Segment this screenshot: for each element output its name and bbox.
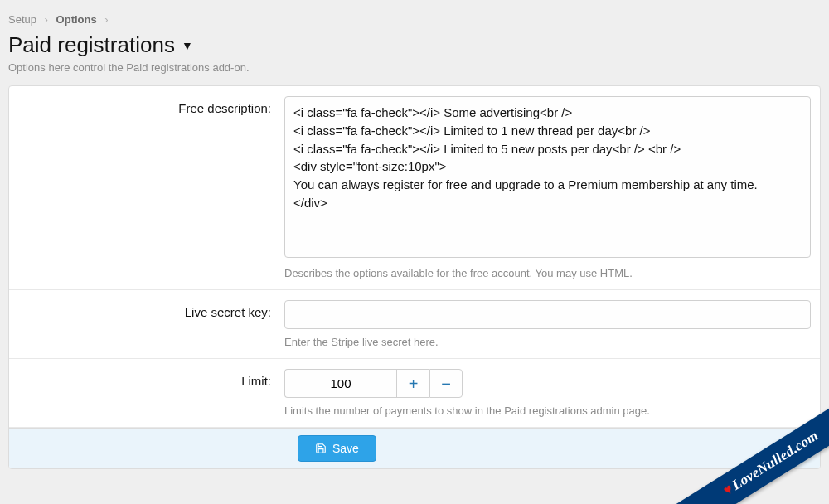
label-free-description: Free description: (9, 86, 284, 289)
row-live-secret: Live secret key: Enter the Stripe live s… (9, 290, 820, 359)
footer-bar: Save (9, 428, 820, 468)
save-button[interactable]: Save (298, 435, 376, 462)
form-panel: Free description: Describes the options … (8, 85, 821, 469)
limit-decrement-button[interactable]: − (429, 369, 463, 398)
row-limit: Limit: + − Limits the number of payments… (9, 359, 820, 428)
row-free-description: Free description: Describes the options … (9, 86, 820, 290)
page-subtitle: Options here control the Paid registrati… (0, 61, 829, 85)
input-area-live-secret: Enter the Stripe live secret here. (284, 290, 822, 358)
hint-free-description: Describes the options available for the … (284, 267, 811, 279)
label-live-secret: Live secret key: (9, 290, 284, 358)
limit-increment-button[interactable]: + (396, 369, 429, 398)
live-secret-input[interactable] (284, 300, 811, 329)
hint-limit: Limits the number of payments to show in… (284, 405, 808, 417)
save-button-label: Save (332, 442, 359, 455)
breadcrumb: Setup › Options › (0, 0, 829, 32)
page-title-text: Paid registrations (8, 32, 175, 58)
save-icon (315, 443, 327, 454)
breadcrumb-options[interactable]: Options (56, 13, 97, 26)
hint-live-secret: Enter the Stripe live secret here. (284, 336, 811, 348)
free-description-textarea[interactable] (284, 96, 811, 258)
chevron-right-icon: › (104, 13, 108, 26)
page-title[interactable]: Paid registrations ▼ (0, 32, 829, 61)
limit-input[interactable] (284, 369, 396, 398)
breadcrumb-setup[interactable]: Setup (8, 13, 36, 26)
caret-down-icon: ▼ (182, 39, 193, 52)
input-area-free-description: Describes the options available for the … (284, 86, 822, 289)
chevron-right-icon: › (45, 13, 48, 26)
input-area-limit: + − Limits the number of payments to sho… (284, 359, 820, 427)
label-limit: Limit: (9, 359, 284, 427)
limit-stepper: + − (284, 369, 808, 398)
